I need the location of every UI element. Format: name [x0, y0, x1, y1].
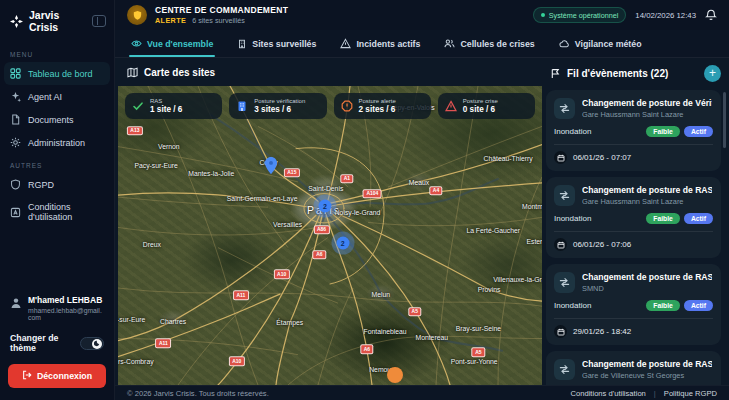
site-cluster-marker[interactable]: 2	[318, 200, 331, 213]
posture-change-icon	[554, 359, 575, 380]
status-card-crise: Posture crise 0 site / 6	[438, 93, 535, 119]
event-title: Changement de posture de RAS à Vér...	[582, 272, 712, 282]
sidebar-item-documents[interactable]: Documents	[0, 108, 114, 131]
brand-name: Jarvis Crisis	[29, 9, 86, 33]
event-site: Gare Haussmann Saint Lazare	[582, 197, 712, 206]
status-dot-icon	[541, 13, 545, 17]
bell-icon[interactable]	[705, 9, 717, 21]
status-label: Posture crise	[463, 98, 498, 104]
event-title: Changement de posture de RAS à Vér...	[582, 185, 712, 195]
crisis-triangle-icon	[445, 100, 457, 112]
tab-incidents-actifs[interactable]: Incidents actifs	[340, 30, 420, 57]
building-icon	[237, 39, 247, 49]
severity-badge: Faible	[646, 300, 680, 311]
sites-map[interactable]: ParisVernonPacy-sur-EureMantes-la-JolieC…	[118, 86, 542, 385]
sidebar-item-agent-ai[interactable]: Agent AI	[0, 85, 114, 108]
dashboard-icon	[10, 68, 21, 79]
status-label: Posture vérification	[254, 98, 305, 104]
tab-sites-surveilles[interactable]: Sites surveillés	[237, 30, 316, 57]
sidebar-section-autres: AUTRES	[0, 154, 114, 173]
posture-change-icon	[554, 98, 575, 119]
calendar-icon	[554, 325, 567, 338]
event-site: Gare Haussmann Saint Lazare	[582, 110, 712, 119]
footer-link-conditions[interactable]: Conditions d'utilisation	[571, 389, 646, 398]
collapse-sidebar-icon[interactable]	[92, 15, 106, 27]
main-content: Carte des sites	[115, 58, 729, 385]
map-panel: Carte des sites	[118, 58, 542, 385]
tab-cellules-de-crises[interactable]: Cellules de crises	[444, 30, 534, 57]
user-avatar-icon	[10, 295, 22, 313]
calendar-icon	[554, 151, 567, 164]
sidebar-item-conditions[interactable]: Conditions d'utilisation	[0, 196, 114, 228]
users-icon	[444, 38, 455, 49]
brand-row: Jarvis Crisis	[0, 0, 114, 43]
alert-status-badge: ALERTE	[155, 16, 186, 25]
logout-button[interactable]: Déconnexion	[8, 364, 106, 388]
posture-change-icon	[554, 185, 575, 206]
status-label: Posture alerte	[359, 98, 396, 104]
status-label: RAS	[150, 98, 182, 104]
top-header: CENTRE DE COMMANDEMENT ALERTE 6 sites su…	[115, 0, 729, 30]
tab-vue-densemble[interactable]: Vue d'ensemble	[131, 30, 213, 57]
site-dot-marker[interactable]	[387, 367, 403, 383]
check-icon	[132, 100, 144, 112]
severity-badge: Faible	[646, 213, 680, 224]
moon-icon	[92, 339, 102, 349]
severity-badge: Faible	[646, 126, 680, 137]
event-date: 06/01/26 - 07:07	[573, 153, 631, 162]
event-card[interactable]: Changement de posture de RAS à Vér... SM…	[546, 264, 721, 345]
datetime: 14/02/2026 12:43	[635, 11, 696, 20]
tab-label: Sites surveillés	[252, 39, 316, 49]
sidebar-item-label: Tableau de bord	[28, 69, 93, 79]
events-panel: Fil d'évènements (22) + Changement de po…	[546, 58, 727, 385]
site-pin-marker[interactable]	[263, 157, 278, 178]
event-date: 29/01/26 - 18:42	[573, 327, 631, 336]
sidebar-item-rgpd[interactable]: RGPD	[0, 173, 114, 196]
terms-icon	[10, 207, 21, 218]
tab-vigilance-meteo[interactable]: Vigilance météo	[559, 30, 642, 57]
site-cluster-marker[interactable]: 2	[336, 236, 349, 249]
event-site: Gare de Villeneuve St Georges	[582, 371, 712, 380]
user-name: M'hamed LEHBAB	[28, 295, 104, 305]
posture-change-icon	[554, 272, 575, 293]
sidebar-item-tableau-de-bord[interactable]: Tableau de bord	[4, 62, 110, 85]
brand-logo-icon	[10, 15, 23, 28]
command-shield-icon	[127, 5, 147, 25]
warning-triangle-icon	[340, 38, 351, 49]
status-badge: Actif	[684, 126, 713, 137]
tab-label: Cellules de crises	[460, 39, 534, 49]
status-card-alerte: Posture alerte 2 sites / 6	[334, 93, 431, 119]
events-scrollbar[interactable]	[723, 92, 726, 148]
status-badge: Actif	[684, 213, 713, 224]
event-site: SMND	[582, 284, 712, 293]
footer-link-rgpd[interactable]: Politique RGPD	[664, 389, 717, 398]
event-title: Changement de posture de Vérificati...	[582, 98, 712, 108]
event-type: Inondation	[554, 214, 642, 223]
command-title: CENTRE DE COMMANDEMENT	[155, 5, 288, 15]
user-block[interactable]: M'hamed LEHBAB mhamed.lehbab@gmail.com	[0, 289, 114, 325]
sidebar-item-label: Conditions d'utilisation	[28, 202, 98, 222]
sidebar-item-administration[interactable]: Administration	[0, 131, 114, 154]
user-email: mhamed.lehbab@gmail.com	[28, 307, 104, 321]
footer: © 2026 Jarvis Crisis. Tous droits réserv…	[115, 385, 729, 400]
sidebar-item-label: Administration	[28, 138, 85, 148]
status-value: 0 site / 6	[463, 105, 498, 114]
flag-icon	[550, 68, 561, 79]
tab-bar: Vue d'ensemble Sites surveillés Incident…	[115, 30, 729, 58]
sites-count: 6 sites surveillés	[192, 16, 245, 25]
status-value: 3 sites / 6	[254, 105, 305, 114]
status-value: 1 site / 6	[150, 105, 182, 114]
system-status-badge: Système opérationnel	[533, 7, 627, 23]
events-list: Changement de posture de Vérificati... G…	[546, 90, 721, 385]
theme-toggle[interactable]	[80, 337, 104, 350]
document-icon	[10, 114, 21, 125]
event-type: Inondation	[554, 301, 642, 310]
add-event-button[interactable]: +	[704, 65, 721, 82]
event-card[interactable]: Changement de posture de RAS à Vér... Ga…	[546, 351, 721, 385]
tab-label: Vigilance météo	[575, 39, 642, 49]
status-value: 2 sites / 6	[359, 105, 396, 114]
event-card[interactable]: Changement de posture de Vérificati... G…	[546, 90, 721, 171]
copyright: © 2026 Jarvis Crisis. Tous droits réserv…	[127, 389, 571, 398]
event-card[interactable]: Changement de posture de RAS à Vér... Ga…	[546, 177, 721, 258]
logout-label: Déconnexion	[37, 371, 92, 381]
